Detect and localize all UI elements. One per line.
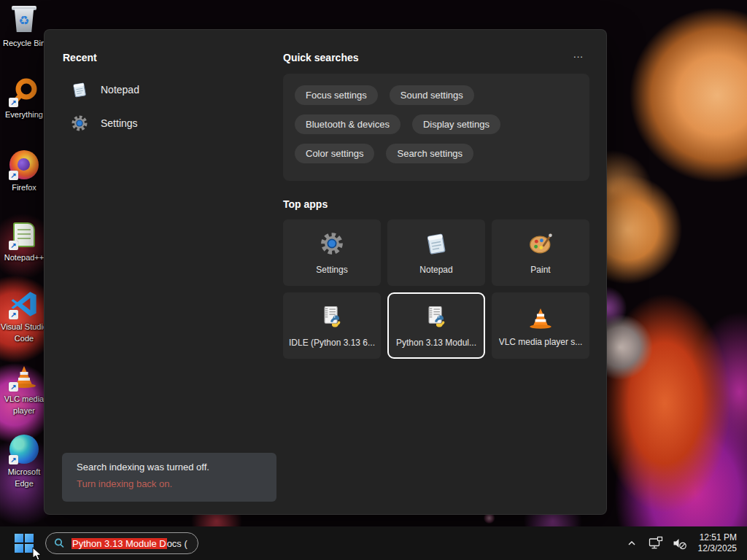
top-app-tile-notepad[interactable]: Notepad — [387, 219, 485, 286]
everything-search-icon: ↗ — [8, 76, 40, 108]
edge-icon: ↗ — [8, 433, 40, 465]
vscode-icon: ↗ — [8, 288, 40, 320]
notepad-plus-plus-icon: ↗ — [8, 219, 40, 251]
desktop-icon-vlc[interactable]: ↗ VLC media player — [1, 360, 47, 416]
desktop-icon-everything[interactable]: ↗ Everything — [1, 76, 47, 120]
recycle-bin-icon: ♻ — [8, 4, 40, 36]
desktop-icon-edge[interactable]: ↗ Microsoft Edge — [1, 433, 47, 489]
recent-item-settings[interactable]: Settings — [56, 109, 275, 138]
top-app-tile-vlc[interactable]: VLC media player s... — [492, 292, 589, 359]
quick-search-pill[interactable]: Bluetooth & devices — [295, 114, 400, 134]
tray-date: 12/3/2025 — [698, 543, 737, 554]
desktop-icon-notepad-plus-plus[interactable]: ↗ Notepad++ — [1, 219, 47, 262]
quick-searches-more-button[interactable]: ... — [568, 49, 589, 63]
search-text-rest: ocs ( — [167, 538, 187, 549]
search-text-selected: Python 3.13 Module D — [71, 538, 167, 549]
desktop-icon-label: Visual Studio — [1, 322, 47, 332]
top-apps-grid: Settings Notepad — [283, 219, 589, 359]
top-app-tile-paint[interactable]: Paint — [492, 219, 589, 286]
turn-indexing-on-link[interactable]: Turn indexing back on. — [77, 478, 262, 489]
quick-searches-title: Quick searches — [283, 52, 359, 63]
paint-palette-icon — [528, 231, 553, 259]
windows-logo-icon — [15, 534, 34, 553]
quick-search-pill[interactable]: Display settings — [412, 114, 500, 134]
indexing-notice-text: Search indexing was turned off. — [77, 462, 262, 472]
quick-searches-card: Focus settings Sound settings Bluetooth … — [283, 74, 589, 181]
desktop-icon-label: player — [13, 406, 35, 416]
recent-item-label: Notepad — [101, 84, 139, 96]
python-document-icon — [424, 304, 449, 332]
top-app-tile-settings[interactable]: Settings — [283, 219, 381, 286]
settings-gear-icon — [320, 231, 344, 259]
notepad-icon — [70, 80, 89, 99]
top-app-tile-idle-python[interactable]: IDLE (Python 3.13 6... — [283, 292, 381, 359]
settings-gear-icon — [70, 114, 89, 133]
top-app-label: VLC media player s... — [499, 337, 583, 347]
screen: ♻ Recycle Bin ↗ Everything ↗ Firefox — [0, 0, 747, 560]
system-tray: 12:51 PM 12/3/2025 — [623, 531, 747, 556]
desktop-icon-label: Firefox — [12, 183, 36, 192]
top-app-tile-python-module-docs[interactable]: Python 3.13 Modul... — [387, 292, 485, 359]
tray-time: 12:51 PM — [698, 532, 737, 543]
tray-display-hardware-icon[interactable] — [647, 532, 665, 555]
vlc-cone-icon: ↗ — [8, 360, 40, 392]
top-apps-title: Top apps — [283, 198, 328, 210]
top-app-label: Settings — [316, 265, 347, 275]
desktop-icon-label: Notepad++ — [4, 253, 44, 262]
desktop-icon-label: Recycle Bin — [3, 39, 45, 48]
shortcut-arrow-icon: ↗ — [9, 241, 18, 250]
recent-item-notepad[interactable]: Notepad — [56, 75, 275, 104]
top-app-label: Python 3.13 Modul... — [396, 338, 476, 348]
recent-item-label: Settings — [101, 117, 138, 129]
recent-section-title: Recent — [63, 52, 97, 63]
desktop-icon-label: Microsoft — [8, 467, 41, 477]
top-app-label: Paint — [530, 265, 550, 275]
vlc-cone-icon — [529, 306, 551, 330]
shortcut-arrow-icon: ↗ — [9, 98, 18, 107]
desktop-icon-label: Edge — [15, 479, 34, 489]
desktop-icon-firefox[interactable]: ↗ Firefox — [1, 149, 47, 192]
python-document-icon — [320, 304, 344, 332]
top-app-label: Notepad — [419, 265, 452, 275]
desktop-icon-label: VLC media — [4, 394, 44, 404]
quick-search-pill[interactable]: Search settings — [386, 144, 473, 163]
quick-search-pill[interactable]: Focus settings — [295, 85, 378, 105]
start-button[interactable] — [12, 532, 36, 555]
shortcut-arrow-icon: ↗ — [9, 310, 18, 319]
search-flyout-panel: Recent Notepad — [44, 29, 607, 515]
desktop-icon-label: Code — [15, 334, 34, 343]
quick-search-pill[interactable]: Sound settings — [390, 85, 474, 105]
shortcut-arrow-icon: ↗ — [9, 382, 18, 392]
tray-chevron-up-icon[interactable] — [623, 532, 640, 555]
shortcut-arrow-icon: ↗ — [9, 455, 18, 464]
taskbar-search-box[interactable]: Python 3.13 Module Docs ( — [45, 532, 198, 554]
tray-volume-muted-icon[interactable] — [671, 532, 689, 555]
taskbar: Python 3.13 Module Docs ( — [0, 526, 747, 560]
search-icon — [53, 537, 65, 549]
notepad-icon — [424, 231, 449, 259]
search-indexing-notice: Search indexing was turned off. Turn ind… — [62, 453, 276, 502]
search-input-text[interactable]: Python 3.13 Module Docs ( — [71, 538, 187, 549]
top-app-label: IDLE (Python 3.13 6... — [289, 338, 375, 348]
desktop-icon-visual-studio-code[interactable]: ↗ Visual Studio Code — [1, 288, 47, 343]
shortcut-arrow-icon: ↗ — [9, 171, 18, 180]
firefox-icon: ↗ — [8, 149, 40, 181]
desktop-icon-recycle-bin[interactable]: ♻ Recycle Bin — [1, 4, 47, 48]
tray-clock[interactable]: 12:51 PM 12/3/2025 — [695, 531, 740, 556]
desktop-icon-label: Everything — [5, 110, 43, 120]
quick-search-pill[interactable]: Color settings — [295, 144, 374, 163]
